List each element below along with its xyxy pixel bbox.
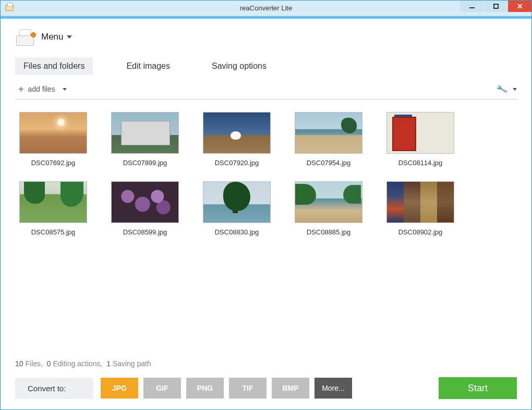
file-item[interactable]: DSC08599.jpg	[108, 181, 182, 236]
thumbnail-image	[111, 181, 179, 223]
bottom-bar: Convert to: JPG GIF PNG TIF BMP More... …	[15, 377, 517, 399]
format-label: GIF	[156, 384, 168, 392]
file-name: DSC08830.jpg	[215, 228, 259, 236]
format-bmp-button[interactable]: BMP	[272, 378, 309, 399]
format-label: More...	[322, 384, 345, 392]
format-buttons: JPG GIF PNG TIF BMP More...	[101, 378, 352, 399]
thumbnail-image	[203, 181, 271, 223]
chevron-down-icon	[63, 88, 67, 91]
thumbnail-image	[19, 112, 87, 154]
status-editing-word: Editing actions,	[53, 359, 102, 368]
convert-to-label: Convert to:	[15, 378, 93, 399]
file-item[interactable]: DSC07954.jpg	[292, 112, 366, 167]
file-name: DSC07899.jpg	[123, 159, 167, 167]
format-label: JPG	[112, 384, 127, 392]
toolbar: + add files 🔧	[15, 79, 517, 100]
thumbnail-image	[386, 181, 454, 223]
file-item[interactable]: DSC07692.jpg	[16, 112, 90, 167]
file-name: DSC08902.jpg	[398, 228, 443, 236]
file-item[interactable]: DSC08885.jpg	[292, 181, 366, 236]
status-files-word: Files,	[25, 359, 42, 368]
file-item[interactable]: DSC07899.jpg	[108, 112, 182, 167]
file-item[interactable]: DSC08902.jpg	[383, 181, 457, 236]
chevron-down-icon	[513, 88, 517, 91]
maximize-icon	[493, 4, 499, 9]
chevron-down-icon	[67, 35, 72, 39]
main-tabs: Files and folders Edit images Saving opt…	[15, 57, 517, 75]
menu-label: Menu	[41, 32, 64, 42]
format-gif-button[interactable]: GIF	[143, 378, 181, 399]
menu-button[interactable]: Menu	[41, 32, 72, 42]
minimize-button[interactable]	[460, 1, 483, 12]
close-button[interactable]: ✕	[508, 1, 531, 12]
tab-label: Edit images	[126, 61, 170, 70]
file-name: DSC08599.jpg	[123, 228, 167, 236]
file-name: DSC07954.jpg	[307, 159, 351, 167]
tab-saving-options[interactable]: Saving options	[203, 57, 275, 75]
tab-files-folders[interactable]: Files and folders	[15, 57, 93, 75]
window-controls: ✕	[460, 1, 531, 16]
file-name: DSC08575.jpg	[31, 228, 76, 236]
files-area: DSC07692.jpg DSC07899.jpg DSC07920.jpg D…	[15, 109, 517, 355]
menu-bar: Menu	[15, 28, 517, 46]
wrench-icon: 🔧	[495, 83, 508, 95]
status-files-count: 10	[15, 359, 23, 368]
file-name: DSC07692.jpg	[31, 159, 76, 167]
app-icon	[15, 28, 36, 46]
file-item[interactable]: DSC07920.jpg	[200, 112, 274, 167]
file-name: DSC08114.jpg	[398, 159, 443, 167]
thumbnail-image	[295, 112, 362, 154]
format-tif-button[interactable]: TIF	[229, 378, 267, 399]
format-png-button[interactable]: PNG	[186, 378, 224, 399]
thumbnail-image	[295, 181, 362, 223]
format-label: BMP	[282, 384, 298, 392]
start-button[interactable]: Start	[439, 377, 517, 399]
maximize-button[interactable]	[484, 1, 507, 12]
file-name: DSC07920.jpg	[215, 159, 259, 167]
file-item[interactable]: DSC08114.jpg	[383, 112, 457, 167]
status-saving-word: Saving path	[113, 359, 151, 368]
close-icon: ✕	[517, 2, 523, 10]
thumbnail-image	[19, 181, 87, 223]
format-jpg-button[interactable]: JPG	[101, 378, 138, 399]
format-label: PNG	[197, 384, 213, 392]
status-editing-count: 0	[47, 359, 51, 368]
window-frame: reaConverter Lite ✕ Menu Files and folde…	[0, 0, 532, 410]
plus-icon: +	[18, 84, 24, 94]
app-icon-small	[5, 3, 15, 14]
file-item[interactable]: DSC08575.jpg	[16, 181, 90, 236]
format-more-button[interactable]: More...	[315, 378, 352, 399]
minimize-icon	[469, 7, 475, 8]
content-area: Menu Files and folders Edit images Savin…	[1, 16, 531, 409]
thumbnail-image	[386, 112, 454, 154]
format-label: TIF	[243, 384, 253, 392]
thumbnail-image	[111, 112, 179, 154]
thumbnail-image	[203, 112, 271, 154]
start-label: Start	[468, 383, 488, 394]
window-title: reaConverter Lite	[240, 4, 292, 12]
status-bar: 10 Files, 0 Editing actions, 1 Saving pa…	[15, 355, 517, 377]
file-item[interactable]: DSC08830.jpg	[200, 181, 274, 236]
tab-edit-images[interactable]: Edit images	[118, 57, 178, 75]
settings-button[interactable]: 🔧	[497, 84, 517, 94]
tab-label: Saving options	[212, 61, 267, 70]
file-name: DSC08885.jpg	[307, 228, 351, 236]
tab-label: Files and folders	[23, 61, 84, 70]
add-files-button[interactable]: + add files	[15, 82, 70, 96]
status-saving-count: 1	[106, 359, 111, 368]
thumbnail-grid: DSC07692.jpg DSC07899.jpg DSC07920.jpg D…	[15, 109, 517, 239]
add-files-label: add files	[28, 85, 55, 93]
titlebar: reaConverter Lite ✕	[1, 1, 531, 16]
